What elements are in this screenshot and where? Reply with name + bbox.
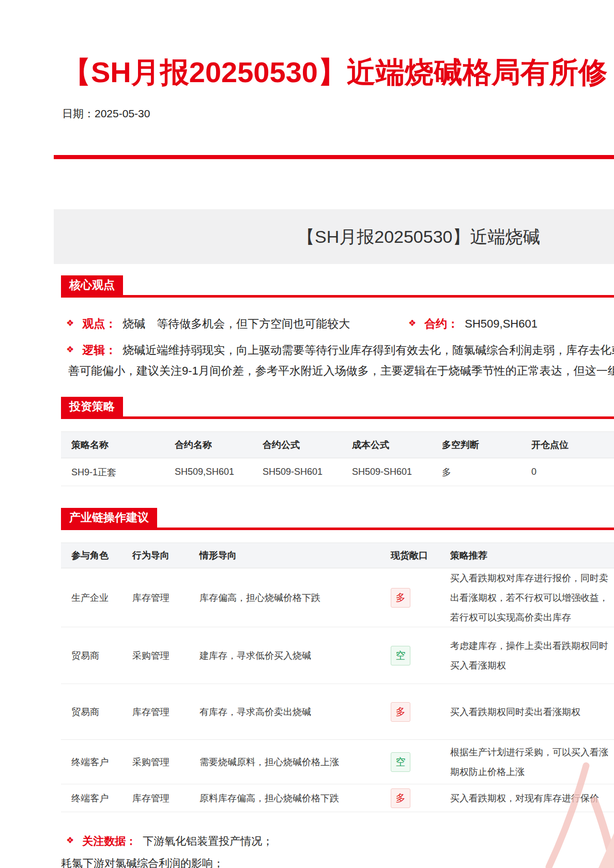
behavior: 采购管理 xyxy=(132,649,199,662)
contract-name: SH509,SH601 xyxy=(175,467,263,477)
table-row: 贸易商 采购管理 建库存，寻求低价买入烧碱 空 考虑建库存，操作上卖出看跌期权同… xyxy=(61,627,614,684)
chain-advice-table: 参与角色 行为导向 情形导向 现货敞口 策略推荐 生产企业 库存管理 库存偏高，… xyxy=(61,542,614,812)
table-row: 终端客户 库存管理 原料库存偏高，担心烧碱价格下跌 多 买入看跌期权，对现有库存… xyxy=(61,784,614,812)
viewpoint-label: 观点： xyxy=(82,316,116,332)
inner-title-banner: 【SH月报20250530】近端烧碱 xyxy=(54,209,614,264)
column-header: 行为导向 xyxy=(132,549,199,562)
role: 贸易商 xyxy=(71,706,132,718)
report-body: 核心观点 ❖ 观点： 烧碱 等待做多机会，但下方空间也可能较大 ❖ 合约： SH… xyxy=(61,275,614,868)
strategy-recommendation: 买入看跌期权同时卖出看涨期权 xyxy=(450,702,614,722)
watch-data-label: 关注数据： xyxy=(82,830,136,852)
column-header: 现货敞口 xyxy=(391,549,450,562)
watch-item: 下游氧化铝装置投产情况； xyxy=(143,830,273,852)
report-header: 【SH月报20250530】近端烧碱格局有所修 日期：2025-05-30 xyxy=(0,0,614,121)
clover-bullet-icon: ❖ xyxy=(408,316,416,331)
watch-item: 耗氯下游对氯碱综合利润的影响； xyxy=(61,852,614,868)
behavior: 库存管理 xyxy=(132,706,199,718)
situation: 有库存，寻求高价卖出烧碱 xyxy=(199,706,391,718)
clover-bullet-icon: ❖ xyxy=(66,339,74,360)
logic-line-1: ❖ 逻辑： 烧碱近端维持弱现实，向上驱动需要等待行业库存得到有效去化，随氯碱综合… xyxy=(61,340,614,361)
logic-text-1: 烧碱近端维持弱现实，向上驱动需要等待行业库存得到有效去化，随氯碱综合利润走弱，库… xyxy=(122,340,614,361)
column-header: 开仓点位 xyxy=(531,439,614,451)
exposure-badge: 多 xyxy=(391,588,410,608)
logic-paragraph: ❖ 逻辑： 烧碱近端维持弱现实，向上驱动需要等待行业库存得到有效去化，随氯碱综合… xyxy=(61,340,614,381)
column-header: 成本公式 xyxy=(352,439,442,451)
situation: 库存偏高，担心烧碱价格下跌 xyxy=(199,592,391,604)
situation: 需要烧碱原料，担心烧碱价格上涨 xyxy=(199,756,391,768)
chain-table-header: 参与角色 行为导向 情形导向 现货敞口 策略推荐 xyxy=(61,542,614,568)
behavior: 采购管理 xyxy=(132,756,199,768)
strategy-name: SH9-1正套 xyxy=(71,466,175,478)
strategy-table: 策略名称 合约名称 合约公式 成本公式 多空判断 开仓点位 SH9-1正套 SH… xyxy=(61,431,614,486)
logic-label: 逻辑： xyxy=(82,340,116,361)
column-header: 策略推荐 xyxy=(450,549,614,562)
watch-data-block: ❖ 关注数据： 下游氧化铝装置投产情况； 耗氯下游对氯碱综合利润的影响； 上游氯… xyxy=(61,830,614,868)
exposure-badge: 多 xyxy=(391,788,410,808)
column-header: 策略名称 xyxy=(71,439,175,451)
role: 终端客户 xyxy=(71,756,132,768)
strategy-table-header: 策略名称 合约名称 合约公式 成本公式 多空判断 开仓点位 xyxy=(61,431,614,458)
strategy-recommendation: 买入看跌期权，对现有库存进行保价 xyxy=(450,788,614,808)
cost-formula: SH509-SH601 xyxy=(352,467,442,477)
situation: 原料库存偏高，担心烧碱价格下跌 xyxy=(199,792,391,804)
section-strategy-heading: 投资策略 xyxy=(61,397,123,416)
header-divider-rule xyxy=(54,155,614,159)
report-page: 【SH月报20250530】近端烧碱格局有所修 日期：2025-05-30 【S… xyxy=(0,0,614,868)
column-header: 参与角色 xyxy=(71,549,132,562)
viewpoint-value: 烧碱 等待做多机会，但下方空间也可能较大 xyxy=(122,316,350,332)
exposure-badge: 空 xyxy=(391,752,410,772)
watch-data-line-1: ❖ 关注数据： 下游氧化铝装置投产情况； xyxy=(61,830,614,852)
viewpoint-item: ❖ 观点： 烧碱 等待做多机会，但下方空间也可能较大 xyxy=(61,316,403,332)
role: 贸易商 xyxy=(71,649,132,662)
strategy-recommendation: 考虑建库存，操作上卖出看跌期权同时 买入看涨期权 xyxy=(450,636,614,675)
situation: 建库存，寻求低价买入烧碱 xyxy=(199,649,391,662)
section-chain-heading-bar: 产业链操作建议 xyxy=(61,508,614,530)
logic-line-2: 善可能偏小，建议关注9-1月间价差，参考平水附近入场做多，主要逻辑在于烧碱季节性… xyxy=(68,361,614,381)
table-row: 终端客户 采购管理 需要烧碱原料，担心烧碱价格上涨 空 根据生产计划进行采购，可… xyxy=(61,740,614,784)
clover-bullet-icon: ❖ xyxy=(66,316,74,331)
section-core-heading: 核心观点 xyxy=(61,275,123,295)
contract-formula: SH509-SH601 xyxy=(263,467,352,477)
column-header: 情形导向 xyxy=(199,549,391,562)
role: 生产企业 xyxy=(71,592,132,604)
clover-bullet-icon: ❖ xyxy=(66,829,74,851)
contract-item: ❖ 合约： SH509,SH601 xyxy=(403,316,538,332)
core-viewpoint-row: ❖ 观点： 烧碱 等待做多机会，但下方空间也可能较大 ❖ 合约： SH509,S… xyxy=(61,316,614,332)
table-row: 贸易商 库存管理 有库存，寻求高价卖出烧碱 多 买入看跌期权同时卖出看涨期权 xyxy=(61,684,614,740)
behavior: 库存管理 xyxy=(132,792,199,804)
entry-point: 0 xyxy=(531,467,614,477)
behavior: 库存管理 xyxy=(132,592,199,604)
strategy-recommendation: 买入看跌期权对库存进行报价，同时卖 出看涨期权，若不行权可以增强收益， 若行权可… xyxy=(450,568,614,627)
contract-label: 合约： xyxy=(424,316,458,332)
table-row: 生产企业 库存管理 库存偏高，担心烧碱价格下跌 多 买入看跌期权对库存进行报价，… xyxy=(61,568,614,627)
table-row: SH9-1正套 SH509,SH601 SH509-SH601 SH509-SH… xyxy=(61,458,614,486)
contract-value: SH509,SH601 xyxy=(465,316,538,332)
section-strategy-heading-bar: 投资策略 xyxy=(61,397,614,419)
column-header: 多空判断 xyxy=(442,439,531,451)
banner-title: 【SH月报20250530】近端烧碱 xyxy=(297,227,541,246)
exposure-badge: 多 xyxy=(391,702,410,722)
section-chain-heading: 产业链操作建议 xyxy=(61,508,157,528)
column-header: 合约公式 xyxy=(263,439,352,451)
column-header: 合约名称 xyxy=(175,439,263,451)
strategy-recommendation: 根据生产计划进行采购，可以买入看涨 期权防止价格上涨 xyxy=(450,742,614,782)
role: 终端客户 xyxy=(71,792,132,804)
report-date: 日期：2025-05-30 xyxy=(62,106,614,121)
page-title: 【SH月报20250530】近端烧碱格局有所修 xyxy=(62,52,614,93)
exposure-badge: 空 xyxy=(391,646,410,665)
section-core-heading-bar: 核心观点 xyxy=(61,275,614,298)
report-document: 【SH月报20250530】近端烧碱格局有所修 日期：2025-05-30 【S… xyxy=(0,0,614,868)
direction: 多 xyxy=(442,466,531,478)
